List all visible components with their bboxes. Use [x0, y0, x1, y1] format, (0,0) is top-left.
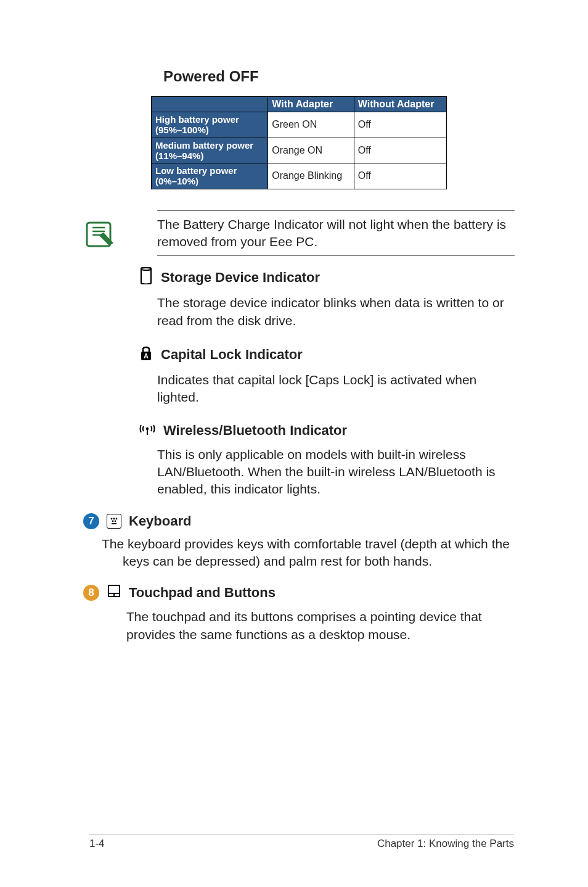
- row-sublabel: (11%–94%): [155, 151, 203, 161]
- touchpad-body: The touchpad and its buttons comprises a…: [126, 608, 502, 643]
- svg-point-8: [116, 518, 118, 519]
- svg-point-7: [113, 518, 115, 519]
- table-row: Medium battery power (11%–94%) Orange ON…: [152, 138, 447, 163]
- section-heading: Powered OFF: [163, 68, 514, 85]
- storage-title: Storage Device Indicator: [161, 270, 320, 286]
- keyboard-body: The keyboard provides keys with comforta…: [83, 535, 517, 571]
- svg-point-6: [111, 518, 113, 519]
- touchpad-icon: [107, 584, 121, 602]
- cell: Orange Blinking: [268, 163, 354, 189]
- caps-title: Capital Lock Indicator: [161, 347, 303, 363]
- svg-point-4: [146, 427, 149, 429]
- table-empty-corner: [152, 97, 268, 112]
- wireless-icon: [139, 421, 156, 440]
- page-number: 1-4: [89, 838, 105, 850]
- svg-point-9: [112, 520, 114, 522]
- bullet-7: 7: [83, 513, 99, 529]
- svg-point-10: [115, 520, 116, 522]
- powered-off-table: With Adapter Without Adapter High batter…: [151, 96, 447, 189]
- cell: Green ON: [268, 112, 354, 138]
- keyboard-title: Keyboard: [129, 513, 191, 529]
- wifi-body: This is only applicable on models with b…: [157, 446, 515, 498]
- cell: Off: [354, 138, 446, 163]
- keyboard-icon: [107, 514, 121, 529]
- caps-body: Indicates that capital lock [Caps Lock] …: [157, 371, 515, 406]
- lock-icon: A: [139, 344, 153, 365]
- chapter-label: Chapter 1: Knowing the Parts: [377, 838, 514, 850]
- touchpad-title: Touchpad and Buttons: [129, 585, 276, 601]
- table-row: High battery power (95%–100%) Green ON O…: [152, 112, 447, 138]
- cell: Off: [354, 112, 446, 138]
- cell: Off: [354, 163, 446, 189]
- storage-icon: [139, 267, 153, 288]
- row-label: Low battery power: [155, 165, 237, 176]
- row-label: Medium battery power: [155, 140, 253, 151]
- svg-rect-11: [112, 523, 116, 524]
- row-sublabel: (95%–100%): [155, 125, 209, 135]
- note-icon: [83, 219, 114, 252]
- svg-text:A: A: [144, 352, 149, 360]
- wifi-title: Wireless/Bluetooth Indicator: [163, 423, 347, 439]
- row-label: High battery power: [155, 114, 239, 125]
- bullet-8: 8: [83, 585, 99, 601]
- col-without-adapter: Without Adapter: [354, 97, 446, 112]
- col-with-adapter: With Adapter: [268, 97, 354, 112]
- table-row: Low battery power (0%–10%) Orange Blinki…: [152, 163, 447, 189]
- svg-point-1: [141, 268, 151, 270]
- storage-body: The storage device indicator blinks when…: [157, 294, 515, 329]
- cell: Orange ON: [268, 138, 354, 163]
- row-sublabel: (0%–10%): [155, 176, 198, 186]
- note-text: The Battery Charge Indicator will not li…: [157, 216, 515, 251]
